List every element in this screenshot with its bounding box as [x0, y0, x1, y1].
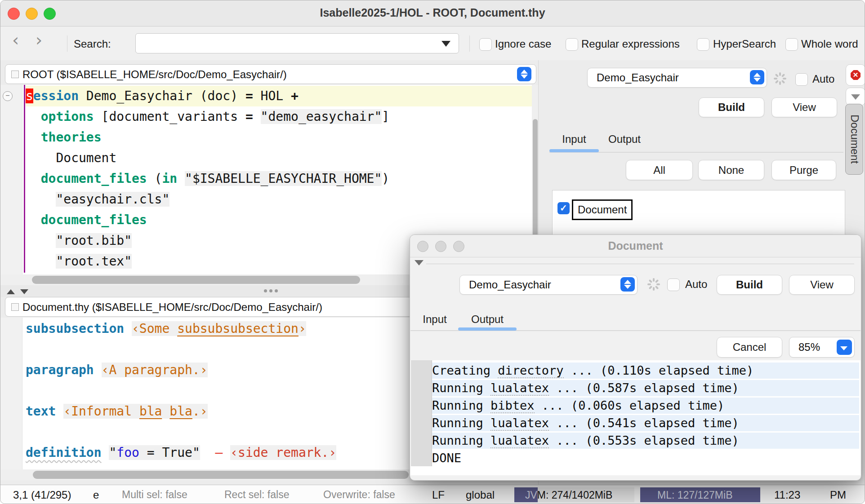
regex-checkbox[interactable] — [566, 38, 578, 51]
collapse-divider — [426, 264, 854, 264]
zoom-combobox-value: 85% — [798, 341, 820, 354]
output-line[interactable]: Creating directory ... (0.110s elapsed t… — [432, 363, 859, 379]
code-line[interactable]: document_files — [26, 210, 532, 230]
buffer-selector-label: Document.thy ($ISABELLE_HOME/src/Doc/Dem… — [22, 301, 322, 314]
search-combobox[interactable] — [135, 33, 459, 53]
status-bar: 3,1 (41/295) e Multi sel: false Rect sel… — [0, 485, 865, 504]
float-title-bar[interactable]: Document — [410, 235, 861, 257]
spinner-icon — [774, 72, 786, 85]
chevron-down-icon — [851, 94, 860, 100]
document-item-label[interactable]: Document — [572, 199, 633, 220]
ignore-case-checkbox[interactable] — [479, 38, 492, 51]
buffer-stepper-icon[interactable] — [517, 67, 531, 81]
back-icon[interactable]: ‹ — [12, 30, 19, 50]
zoom-dropdown-icon[interactable] — [837, 340, 852, 355]
auto-checkbox[interactable] — [667, 279, 680, 291]
splitter-down-icon[interactable] — [20, 289, 28, 294]
whole-word-label: Whole word — [801, 38, 858, 50]
search-input[interactable] — [140, 35, 434, 51]
purge-button[interactable]: Purge — [771, 160, 836, 180]
tab-input[interactable]: Input — [411, 313, 458, 326]
output-line[interactable]: Running lualatex ... (0.587s elapsed tim… — [432, 380, 859, 396]
editor1-vertical-scrollbar-thumb[interactable] — [533, 119, 538, 249]
build-output-area[interactable]: Creating directory ... (0.110s elapsed t… — [410, 360, 861, 475]
session-combobox[interactable]: Demo_Easychair — [587, 68, 767, 88]
document-float-window[interactable]: Document Demo_Easychair Auto Build View … — [410, 234, 861, 481]
tab-output[interactable]: Output — [599, 133, 650, 146]
search-label: Search: — [74, 38, 111, 50]
tab-output[interactable]: Output — [458, 313, 517, 326]
search-history-dropdown-icon[interactable] — [441, 41, 450, 47]
collapse-icon[interactable] — [415, 260, 424, 265]
line-separator-status[interactable]: LF — [432, 489, 445, 501]
spinner-icon — [647, 278, 660, 291]
code-line[interactable]: session Demo_Easychair (doc) = HOL + — [26, 86, 532, 106]
forward-icon[interactable]: › — [36, 30, 42, 50]
session-combobox-value: Demo_Easychair — [597, 71, 679, 84]
document-item-checkbox[interactable]: ✓ — [557, 202, 570, 214]
fold-collapse-icon[interactable]: − — [3, 91, 13, 101]
cancel-button[interactable]: Cancel — [717, 337, 782, 358]
editor1-horizontal-scrollbar-thumb[interactable] — [32, 276, 360, 284]
jvm-memory-bar[interactable]: JVM: 274/1402MiB JVM: 274/1402MiB — [514, 487, 634, 502]
scope-status[interactable]: global — [466, 489, 495, 501]
hypersearch-checkbox[interactable] — [697, 38, 709, 51]
float-window-title: Document — [410, 239, 861, 252]
combobox-stepper-icon[interactable] — [620, 277, 635, 292]
ml-memory-bar[interactable]: ML: 127/127MiB ML: 127/127MiB — [640, 487, 760, 502]
multi-select-status[interactable]: Multi sel: false — [122, 489, 187, 501]
editor-gutter[interactable] — [0, 318, 22, 469]
none-button[interactable]: None — [698, 160, 764, 180]
build-button[interactable]: Build — [717, 275, 782, 295]
editor2-horizontal-scrollbar-thumb[interactable] — [33, 471, 409, 479]
code-line[interactable]: options [document_variants = "demo_easyc… — [26, 106, 532, 127]
build-button[interactable]: Build — [699, 97, 764, 117]
combobox-stepper-icon[interactable] — [750, 70, 764, 84]
output-line[interactable]: DONE — [432, 450, 859, 466]
output-gutter — [411, 360, 432, 466]
zoom-combobox[interactable]: 85% — [789, 337, 855, 358]
code-line[interactable]: Document — [26, 148, 532, 168]
buffer-modified-icon — [11, 71, 19, 78]
session-combobox[interactable]: Demo_Easychair — [459, 275, 638, 295]
output-log[interactable]: Creating directory ... (0.110s elapsed t… — [432, 363, 859, 468]
close-panel-button[interactable]: ✕ — [846, 64, 865, 86]
window-title: Isabelle2025-1/HOL - ROOT, Document.thy — [0, 6, 865, 19]
screenshot: Isabelle2025-1/HOL - ROOT, Document.thy … — [0, 0, 865, 504]
auto-checkbox[interactable] — [795, 73, 808, 86]
tab-input[interactable]: Input — [549, 133, 599, 146]
view-button[interactable]: View — [771, 97, 837, 117]
session-combobox-value: Demo_Easychair — [469, 279, 551, 291]
code-line[interactable]: "easychair.cls" — [26, 189, 532, 210]
clock-meridiem: PM — [830, 489, 846, 501]
code-line[interactable]: document_files (in "$ISABELLE_EASYCHAIR_… — [26, 168, 532, 189]
output-line[interactable]: Running lualatex ... (0.541s elapsed tim… — [432, 415, 859, 431]
auto-label: Auto — [812, 73, 834, 85]
output-line[interactable]: Running lualatex ... (0.553s elapsed tim… — [432, 433, 859, 449]
view-button[interactable]: View — [789, 275, 855, 295]
toolbar-divider — [469, 35, 470, 52]
search-toolbar: ‹ › Search: Ignore case Regular expressi… — [0, 27, 865, 60]
whole-word-checkbox[interactable] — [785, 38, 798, 51]
auto-label: Auto — [685, 278, 707, 291]
code-line[interactable]: theories — [26, 127, 532, 148]
splitter-up-icon[interactable] — [7, 289, 15, 294]
dock-tab-document[interactable]: Document — [845, 104, 863, 175]
caret-position[interactable]: 3,1 (41/295) — [13, 489, 71, 501]
fold-structure-line — [24, 85, 25, 273]
ignore-case-label: Ignore case — [495, 38, 551, 50]
buffer-modified-icon — [11, 303, 19, 311]
active-tab-underline — [549, 149, 599, 152]
editor-gutter[interactable]: − — [0, 85, 22, 274]
rect-select-status[interactable]: Rect sel: false — [224, 489, 289, 501]
overwrite-status[interactable]: Overwrite: false — [323, 489, 395, 501]
buffer-selector-root[interactable]: ROOT ($ISABELLE_HOME/src/Doc/Demo_Easych… — [5, 64, 536, 84]
hypersearch-label: HyperSearch — [713, 38, 776, 50]
all-button[interactable]: All — [626, 160, 693, 180]
output-line[interactable]: Running bibtex ... (0.060s elapsed time) — [432, 398, 859, 414]
regex-label: Regular expressions — [581, 38, 680, 50]
buffer-selector-label: ROOT ($ISABELLE_HOME/src/Doc/Demo_Easych… — [22, 68, 287, 81]
panel-menu-button[interactable] — [846, 88, 865, 106]
active-tab-underline — [458, 327, 517, 331]
title-bar[interactable]: Isabelle2025-1/HOL - ROOT, Document.thy — [0, 0, 865, 27]
